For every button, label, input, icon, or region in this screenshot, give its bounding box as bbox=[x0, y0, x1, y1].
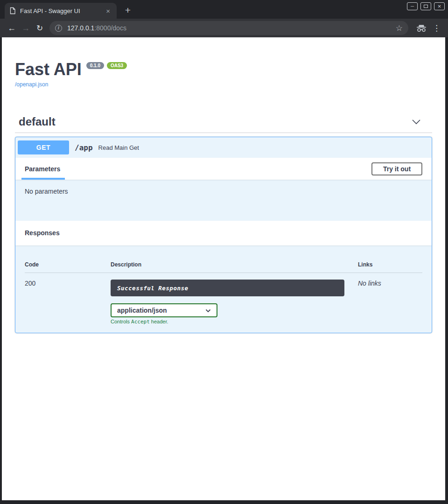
media-type-row: application/json Controls Accept header. bbox=[111, 303, 422, 325]
operation-summary: Read Main Get bbox=[98, 144, 139, 151]
browser-window: Fast API - Swagger UI × + ─ × ← → ↻ i 12… bbox=[0, 0, 448, 504]
tag-header[interactable]: default bbox=[15, 115, 432, 133]
accept-header-note: Controls Accept header. bbox=[111, 319, 422, 325]
page-title: Fast API bbox=[15, 60, 82, 79]
opblock-get-app: GET /app Read Main Get Parameters Try it… bbox=[15, 137, 432, 333]
responses-title: Responses bbox=[15, 221, 432, 245]
col-header-code: Code bbox=[25, 261, 111, 268]
response-code: 200 bbox=[25, 280, 111, 296]
page-viewport: Fast API 0.1.0 OAS3 /openapi.json defaul… bbox=[2, 37, 445, 500]
select-chevron-icon bbox=[205, 307, 211, 314]
forward-button[interactable]: → bbox=[19, 23, 33, 33]
version-badge: 0.1.0 bbox=[86, 62, 104, 69]
chevron-down-icon[interactable] bbox=[412, 119, 421, 125]
incognito-icon[interactable] bbox=[416, 24, 427, 32]
tag-name: default bbox=[19, 115, 56, 128]
method-badge-get: GET bbox=[18, 140, 69, 154]
response-links: No links bbox=[358, 280, 422, 296]
titlebar: Fast API - Swagger UI × + ─ × bbox=[0, 0, 448, 19]
responses-table-header: Code Description Links bbox=[25, 261, 422, 273]
try-it-out-button[interactable]: Try it out bbox=[371, 162, 422, 175]
openapi-json-link[interactable]: /openapi.json bbox=[15, 81, 48, 88]
tab-parameters[interactable]: Parameters bbox=[25, 158, 60, 180]
oas3-badge: OAS3 bbox=[107, 62, 127, 69]
tab-title: Fast API - Swagger UI bbox=[20, 7, 104, 14]
response-description: Successful Response bbox=[111, 280, 344, 296]
maximize-button[interactable] bbox=[420, 2, 431, 10]
media-type-value: application/json bbox=[117, 307, 167, 314]
minimize-button[interactable]: ─ bbox=[407, 2, 418, 10]
close-window-button[interactable]: × bbox=[434, 2, 445, 10]
opblock-summary[interactable]: GET /app Read Main Get bbox=[15, 137, 432, 158]
url-host: 127.0.0.1 bbox=[67, 24, 94, 32]
page-file-icon bbox=[9, 7, 16, 14]
tab-close-icon[interactable]: × bbox=[104, 7, 112, 15]
parameters-tab-label: Parameters bbox=[25, 165, 60, 173]
bookmark-star-icon[interactable]: ☆ bbox=[396, 23, 403, 33]
maximize-icon bbox=[424, 5, 428, 8]
accept-token: Accept bbox=[131, 319, 150, 325]
tag-section-default: default GET /app Read Main Get bbox=[15, 115, 432, 333]
reload-button[interactable]: ↻ bbox=[33, 23, 47, 33]
api-info: Fast API 0.1.0 OAS3 /openapi.json bbox=[15, 37, 432, 88]
url-text: 127.0.0.1:8000/docs bbox=[67, 24, 126, 32]
col-header-links: Links bbox=[358, 261, 422, 268]
address-bar[interactable]: i 127.0.0.1:8000/docs ☆ bbox=[49, 21, 408, 35]
parameters-header: Parameters Try it out bbox=[15, 158, 432, 180]
browser-tab[interactable]: Fast API - Swagger UI × bbox=[5, 3, 117, 19]
response-row-200: 200 Successful Response No links bbox=[25, 280, 422, 296]
no-parameters-text: No parameters bbox=[15, 180, 432, 221]
browser-toolbar: ← → ↻ i 127.0.0.1:8000/docs ☆ ⋮ bbox=[0, 19, 448, 37]
operation-path: /app bbox=[75, 143, 93, 152]
browser-menu-icon[interactable]: ⋮ bbox=[430, 23, 443, 33]
new-tab-button[interactable]: + bbox=[121, 4, 134, 17]
col-header-description: Description bbox=[111, 261, 358, 268]
back-button[interactable]: ← bbox=[5, 23, 19, 33]
url-path: :8000/docs bbox=[94, 24, 126, 32]
responses-table: Code Description Links 200 Successful Re… bbox=[15, 245, 432, 333]
window-controls: ─ × bbox=[407, 2, 445, 10]
active-tab-underline bbox=[21, 178, 65, 180]
media-type-select[interactable]: application/json bbox=[111, 303, 217, 317]
site-info-icon[interactable]: i bbox=[55, 25, 62, 32]
